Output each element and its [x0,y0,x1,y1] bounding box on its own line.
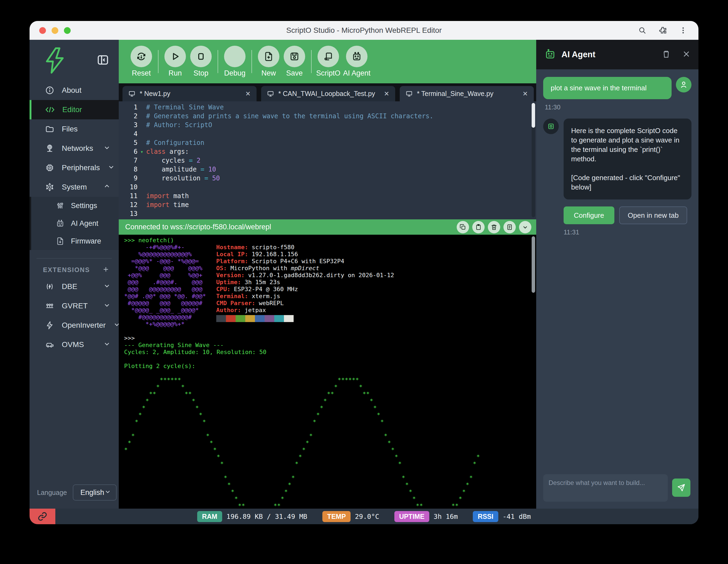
app-logo-bolt-icon [44,46,66,76]
clipboard-icon[interactable] [472,221,485,233]
language-value: English [80,489,104,497]
reset-icon [136,51,147,62]
editor-scrollbar[interactable] [532,103,535,217]
scripto-button[interactable]: ScriptO [315,46,341,77]
code-line: 7 cycles = 2 [119,156,536,165]
clear-chat-trash-icon[interactable] [662,50,671,59]
sidebar-item-system[interactable]: System [30,177,119,197]
editor-area: Reset Run Stop Debug [119,40,536,509]
file-download-icon [56,237,64,245]
code-line: 2# Generates and prints a sine wave to t… [119,112,536,121]
reset-button[interactable]: Reset [128,46,154,77]
sidebar-item-gvret[interactable]: GVRET [30,296,119,316]
robot-icon [56,219,64,228]
code-line: 12import time [119,200,536,209]
minimize-window-button[interactable] [52,27,58,34]
sidebar-item-firmware[interactable]: Firmware [31,232,119,250]
sidebar-item-label: System [62,183,96,191]
sidebar-item-label: GVRET [62,302,96,310]
gear-icon [45,182,54,192]
play-icon [170,51,180,62]
stop-button[interactable]: Stop [188,46,214,77]
extensions-header: EXTENSIONS [43,266,102,274]
language-label: Language [37,489,67,497]
trash-icon[interactable] [488,221,500,233]
message-timestamp: 11:30 [545,103,690,111]
configure-button[interactable]: Configure [564,206,614,224]
people-icon [45,302,54,311]
sliders-icon [56,201,64,210]
network-icon [45,144,54,153]
debug-button[interactable]: Debug [222,46,248,77]
ai-agent-button[interactable]: AI Agent [341,46,372,77]
terminal-output: >>>--- Generating Sine Wave ---Cycles: 2… [124,328,536,377]
new-file-button[interactable]: New [256,46,282,77]
sidebar-item-label: Firmware [71,237,101,245]
sidebar-item-label: About [62,86,111,95]
sidebar-item-about[interactable]: About [30,81,119,100]
close-window-button[interactable] [39,27,46,34]
close-icon[interactable]: ✕ [384,90,389,98]
chevron-down-icon [103,282,111,292]
sidebar-collapse-icon[interactable] [97,54,109,67]
extensions-puzzle-icon[interactable] [659,26,667,34]
chevron-down-icon[interactable] [519,221,531,233]
sidebar-item-ai-agent[interactable]: AI Agent [31,214,119,232]
tab-can-twai-loopback-test[interactable]: * CAN_TWAI_Loopback_Test.py ✕ [261,86,395,101]
sidebar-item-peripherals[interactable]: Peripherals [30,158,119,177]
send-button[interactable] [672,479,690,497]
link-icon [38,512,47,521]
system-submenu: Settings AI Agent Firmware [30,197,119,250]
run-button[interactable]: Run [162,46,188,77]
sidebar-item-editor[interactable]: Editor [30,100,119,119]
close-panel-icon[interactable] [682,50,690,59]
toolbar-separator [311,50,312,73]
debug-icon [224,46,246,67]
sidebar-item-files[interactable]: Files [30,119,119,139]
save-icon [289,51,300,62]
language-select[interactable]: English [73,484,117,501]
close-icon[interactable]: ✕ [245,90,251,98]
sidebar-item-label: Networks [62,144,96,153]
sidebar-item-openinverter[interactable]: OpenInverter [30,316,119,335]
sidebar-item-settings[interactable]: Settings [31,197,119,214]
code-line: 5# Configuration [119,138,536,147]
chip-icon [45,163,54,172]
terminal[interactable]: >>> neofetch() -+#%@@@%#+- %@@@@@@@@@@@@… [119,235,536,509]
app-window: ScriptO Studio - MicroPython WebREPL Edi… [30,21,698,524]
chevron-down-icon [103,302,111,311]
tab-new1[interactable]: * New1.py ✕ [122,86,257,101]
log-file-icon[interactable] [503,221,516,233]
zoom-window-button[interactable] [64,27,71,34]
toolbar-separator [158,50,158,73]
terminal-scrollbar[interactable] [532,236,535,293]
sidebar-item-networks[interactable]: Networks [30,139,119,158]
stop-icon [196,52,206,61]
add-extension-icon[interactable] [102,265,110,274]
close-icon[interactable]: ✕ [522,90,528,98]
save-button[interactable]: Save [282,46,307,77]
robot-icon [544,48,556,61]
bracket-bolt-icon [45,282,54,291]
code-line: 6▾class args: [119,147,536,156]
monitor-icon [406,90,413,97]
message-timestamp: 11:31 [564,228,690,236]
copy-icon[interactable] [457,221,469,233]
code-editor[interactable]: 1# Terminal Sine Wave2# Generates and pr… [119,101,536,219]
ai-prompt-input[interactable] [543,474,668,502]
sidebar-item-dbe[interactable]: DBE [30,277,119,296]
sidebar-item-label: AI Agent [71,219,98,228]
sidebar-item-label: Peripherals [62,163,100,172]
connection-link-button[interactable] [30,509,55,524]
code-line: 9 resolution = 50 [119,174,536,183]
search-icon[interactable] [638,26,646,34]
neofetch-color-palette [216,315,394,322]
ai-panel-title: AI Agent [561,50,650,59]
open-in-new-tab-button[interactable]: Open in new tab [619,206,687,224]
neofetch-ascii-logo: -+#%@@@%#+- %@@@@@@@@@@@@@% =@@@%* -@@@-… [124,244,206,328]
menu-kebab-icon[interactable] [679,26,687,34]
sidebar-item-label: Files [62,125,111,133]
sidebar-item-ovms[interactable]: OVMS [30,335,119,354]
tab-terminal-sine-wave[interactable]: * Terminal_Sine_Wave.py ✕ [400,86,534,101]
tab-bar: * New1.py ✕ * CAN_TWAI_Loopback_Test.py … [119,83,536,101]
